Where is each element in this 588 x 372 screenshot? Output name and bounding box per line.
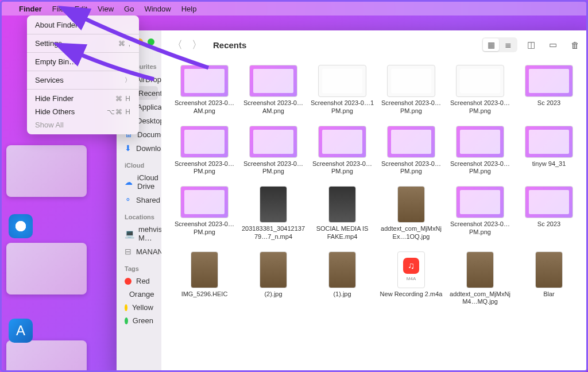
menu-label: Hide Others — [35, 107, 75, 116]
file-thumbnail — [260, 186, 287, 223]
file-thumbnail — [535, 251, 563, 288]
file-name: IMG_5296.HEIC — [181, 290, 228, 299]
sidebar-section-tags: Tags — [117, 263, 161, 274]
sidebar-item-label: Downloads — [136, 144, 161, 153]
safari-icon[interactable] — [9, 214, 33, 238]
file-item[interactable]: Screenshot 2023-0…PM.png — [446, 65, 514, 115]
file-item[interactable]: Screenshot 2023-0…PM.png — [446, 126, 514, 176]
file-item[interactable]: Screenshot 2023-0…PM.png — [171, 186, 238, 241]
file-name: Screenshot 2023-0…PM.png — [379, 160, 443, 176]
sidebar-item-label: Shared — [136, 196, 160, 204]
appstore-icon[interactable]: A — [9, 319, 33, 343]
file-item[interactable]: Screenshot 2023-0…PM.png — [377, 126, 445, 176]
sidebar-tag-red[interactable]: Red — [117, 274, 161, 288]
file-thumbnail — [387, 65, 435, 97]
file-item[interactable]: (1).jpg — [308, 251, 376, 307]
menu-label: Hide Finder — [35, 94, 74, 103]
list-view-button[interactable]: ≣ — [500, 38, 516, 51]
file-item[interactable]: Screenshot 2023-0…PM.png — [446, 186, 514, 241]
menu-label: Show All — [35, 121, 64, 129]
file-name: Blar — [543, 290, 555, 299]
sidebar-item-mac[interactable]: 💻mehvish's M… — [117, 223, 161, 245]
file-item[interactable]: tinyw 94_31 — [515, 126, 583, 176]
sidebar-item-label: Green — [133, 316, 153, 325]
sidebar-item-label: Documents — [137, 130, 161, 139]
file-name: Screenshot 2023-0…PM.png — [379, 99, 443, 115]
sidebar-item-label: Orange — [129, 290, 154, 299]
view-switcher: ▦ ≣ — [482, 37, 517, 52]
menu-shortcut: ⌘ H — [115, 95, 131, 103]
file-item[interactable]: Screenshot 2023-0…AM.png — [239, 65, 307, 115]
file-item[interactable]: (2).jpg — [239, 251, 307, 307]
file-thumbnail — [525, 186, 573, 218]
desktop-thumb — [6, 145, 87, 197]
sidebar-section-icloud: iCloud — [117, 160, 161, 171]
laptop-icon: 💻 — [125, 229, 134, 238]
file-name: Sc 2023 — [537, 220, 560, 228]
file-item[interactable]: Screenshot 2023-0…1 PM.png — [308, 65, 376, 115]
sidebar-item-label: mehvish's M… — [138, 225, 161, 242]
file-item[interactable]: Sc 2023 — [515, 65, 583, 115]
sidebar-tag-yellow[interactable]: Yellow — [117, 301, 161, 314]
file-name: 203183381_3041213779…7_n.mp4 — [241, 225, 305, 241]
file-thumbnail — [249, 65, 297, 97]
file-thumbnail — [260, 251, 287, 288]
sidebar-item-label: iCloud Drive — [137, 173, 158, 191]
file-item[interactable]: Screenshot 2023-0…PM.png — [239, 126, 307, 176]
file-item[interactable]: Sc 2023 — [515, 186, 583, 241]
file-thumbnail — [249, 126, 297, 158]
menu-hide-finder[interactable]: Hide Finder⌘ H — [27, 92, 139, 105]
file-name: Screenshot 2023-0…PM.png — [172, 160, 237, 176]
file-item[interactable]: IMG_5296.HEIC — [171, 251, 238, 307]
tag-dot-icon — [125, 304, 127, 311]
file-thumbnail — [387, 126, 435, 158]
sidebar-item-label: Desktop — [137, 117, 161, 125]
column-view-button[interactable]: ◫ — [523, 38, 539, 52]
file-thumbnail — [525, 65, 573, 97]
file-thumbnail — [180, 126, 229, 158]
file-name: tinyw 94_31 — [532, 160, 566, 168]
file-thumbnail — [191, 251, 218, 288]
file-item[interactable]: Screenshot 2023-0…PM.png — [377, 65, 445, 115]
dock-preview: A — [9, 214, 33, 343]
annotation-arrow-2 — [48, 30, 163, 90]
sidebar-tag-green[interactable]: Green — [117, 314, 161, 327]
file-name: Screenshot 2023-0…PM.png — [172, 220, 237, 237]
file-name: New Recording 2.m4a — [380, 290, 443, 299]
file-thumbnail — [456, 186, 504, 218]
menu-show-all: Show All — [27, 118, 139, 131]
file-item[interactable]: 203183381_3041213779…7_n.mp4 — [239, 186, 307, 241]
finder-toolbar: 〈 〉 Recents ▦ ≣ ◫ ▭ 🗑 — [161, 30, 588, 59]
sidebar-item-downloads[interactable]: ⬇Downloads — [117, 141, 161, 155]
sidebar-item-label: Yellow — [132, 303, 153, 312]
tag-dot-icon — [125, 317, 128, 324]
gallery-view-button[interactable]: ▭ — [545, 38, 561, 52]
file-item[interactable]: Screenshot 2023-0…PM.png — [308, 126, 376, 176]
file-thumbnail — [525, 126, 573, 158]
sidebar-section-locations: Locations — [117, 211, 161, 223]
file-name: Screenshot 2023-0…PM.png — [448, 99, 512, 115]
file-item[interactable]: Blar — [515, 251, 583, 307]
file-thumbnail — [456, 65, 504, 97]
file-item[interactable]: addtext_com_MjMxNjEx…1OQ.jpg — [377, 186, 445, 241]
file-item[interactable]: Screenshot 2023-0…PM.png — [171, 126, 238, 176]
sidebar-item-icloud-drive[interactable]: ☁iCloud Drive — [117, 171, 161, 193]
file-item[interactable]: ♫M4ANew Recording 2.m4a — [377, 251, 445, 307]
file-name: Sc 2023 — [537, 99, 560, 107]
file-thumbnail — [318, 126, 366, 158]
file-name: (2).jpg — [264, 290, 282, 299]
disk-icon: ⊟ — [125, 247, 131, 256]
file-name: Screenshot 2023-0…AM.png — [241, 99, 305, 115]
sidebar-item-shared[interactable]: ⚬Shared — [117, 193, 161, 207]
icon-view-button[interactable]: ▦ — [483, 38, 499, 51]
file-thumbnail — [328, 251, 356, 288]
trash-button[interactable]: 🗑 — [567, 38, 583, 52]
file-thumbnail — [456, 126, 504, 158]
finder-window: Favourites ◎AirDrop 🕘Recents ⒶApplicatio… — [117, 30, 588, 372]
menu-hide-others[interactable]: Hide Others⌥⌘ H — [27, 105, 139, 118]
sidebar-item-disk[interactable]: ⊟MANAN⏏ — [117, 245, 161, 258]
file-item[interactable]: addtext_com_MjMxNjM4…MQ.jpg — [446, 251, 514, 307]
sidebar-tag-orange[interactable]: Orange — [117, 288, 161, 301]
file-item[interactable]: SOCIAL MEDIA IS FAKE.mp4 — [308, 186, 376, 241]
finder-main: 〈 〉 Recents ▦ ≣ ◫ ▭ 🗑 Screenshot 2023-0…… — [161, 30, 588, 372]
